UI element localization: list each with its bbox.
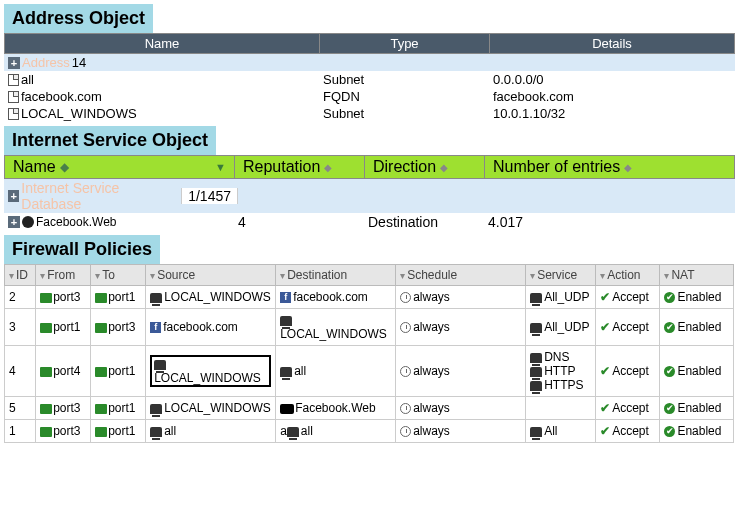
iso-group-row[interactable]: + Internet Service Database 1/1457 (4, 179, 735, 213)
iso-title: Internet Service Object (4, 126, 216, 155)
filter-icon[interactable]: ▾ (95, 270, 100, 281)
col-name[interactable]: Name (5, 34, 320, 53)
filter-icon[interactable]: ▼ (215, 161, 226, 173)
cell-to: port1 (91, 420, 146, 443)
dest-text: Facebook.Web (295, 401, 376, 415)
filter-icon[interactable]: ▾ (150, 270, 155, 281)
col-from[interactable]: ▾From (36, 265, 91, 286)
service-icon (530, 381, 542, 391)
cell-nat: ✔Enabled (660, 346, 734, 397)
cell-service: All_UDP (526, 286, 596, 309)
cell-destination: all (276, 346, 396, 397)
cell-service: All_UDP (526, 309, 596, 346)
sort-icon[interactable]: ◆ (60, 160, 69, 174)
address-details: 10.0.1.10/32 (493, 106, 731, 121)
sort-icon[interactable]: ◆ (624, 162, 632, 173)
expand-icon[interactable]: + (8, 57, 20, 69)
cell-destination: Facebook.Web (276, 397, 396, 420)
firewall-row[interactable]: 1port3port1allaallalwaysAll✔Accept✔Enabl… (5, 420, 734, 443)
source-text: LOCAL_WINDOWS (164, 290, 271, 304)
address-group-label: Address (22, 55, 70, 70)
col-details[interactable]: Details (490, 34, 734, 53)
service-icon (530, 293, 542, 303)
port-icon (40, 404, 52, 414)
firewall-row[interactable]: 3port1port3ffacebook.comLOCAL_WINDOWSalw… (5, 309, 734, 346)
host-icon (287, 427, 299, 437)
page-icon (8, 91, 19, 103)
expand-icon[interactable]: + (8, 216, 20, 228)
col-service[interactable]: ▾Service (526, 265, 596, 286)
sort-icon[interactable]: ◆ (324, 162, 332, 173)
iso-col-noe[interactable]: Number of entries◆ (485, 156, 734, 178)
service-icon (530, 427, 542, 437)
iso-row[interactable]: +Facebook.Web4Destination4.017 (4, 213, 735, 231)
clock-icon (400, 292, 411, 303)
firewall-table: ▾ID ▾From ▾To ▾Source ▾Destination ▾Sche… (4, 264, 734, 443)
iso-col-name[interactable]: Name ◆ ▼ (5, 156, 235, 178)
service-text: HTTPS (544, 378, 583, 392)
check-icon: ✔ (600, 364, 610, 378)
cell-service: DNSHTTPHTTPS (526, 346, 596, 397)
source-text: facebook.com (163, 320, 238, 334)
col-source[interactable]: ▾Source (146, 265, 276, 286)
address-details: facebook.com (493, 89, 731, 104)
address-row[interactable]: allSubnet0.0.0.0/0 (4, 71, 735, 88)
page-icon (8, 74, 19, 86)
clock-icon (400, 403, 411, 414)
address-group-count: 14 (72, 55, 86, 70)
iso-header: Name ◆ ▼ Reputation◆ Direction◆ Number o… (4, 155, 735, 179)
filter-icon[interactable]: ▾ (40, 270, 45, 281)
service-icon (530, 353, 542, 363)
firewall-title: Firewall Policies (4, 235, 160, 264)
col-type[interactable]: Type (320, 34, 490, 53)
sort-icon[interactable]: ◆ (440, 162, 448, 173)
address-group-row[interactable]: + Address 14 (4, 54, 735, 71)
cell-destination: ffacebook.com (276, 286, 396, 309)
address-row[interactable]: LOCAL_WINDOWSSubnet10.0.1.10/32 (4, 105, 735, 122)
service-text: All_UDP (544, 320, 589, 334)
address-object-title: Address Object (4, 4, 153, 33)
col-destination[interactable]: ▾Destination (276, 265, 396, 286)
clock-icon (400, 366, 411, 377)
firewall-row[interactable]: 2port3port1LOCAL_WINDOWSffacebook.comalw… (5, 286, 734, 309)
firewall-row[interactable]: 4port4port1LOCAL_WINDOWSallalwaysDNSHTTP… (5, 346, 734, 397)
cell-action: ✔Accept (596, 420, 660, 443)
service-text: DNS (544, 350, 569, 364)
source-text: LOCAL_WINDOWS (154, 371, 261, 385)
iso-col-reputation[interactable]: Reputation◆ (235, 156, 365, 178)
filter-icon[interactable]: ▾ (9, 270, 14, 281)
cell-schedule: always (396, 397, 526, 420)
cell-destination: aall (276, 420, 396, 443)
cell-schedule: always (396, 309, 526, 346)
address-row[interactable]: facebook.comFQDNfacebook.com (4, 88, 735, 105)
firewall-row[interactable]: 5port3port1LOCAL_WINDOWSFacebook.Webalwa… (5, 397, 734, 420)
cell-schedule: always (396, 420, 526, 443)
col-schedule[interactable]: ▾Schedule (396, 265, 526, 286)
col-action[interactable]: ▾Action (596, 265, 660, 286)
cell-nat: ✔Enabled (660, 397, 734, 420)
cell-service: All (526, 420, 596, 443)
address-type: FQDN (323, 89, 493, 104)
col-to[interactable]: ▾To (91, 265, 146, 286)
col-id[interactable]: ▾ID (5, 265, 36, 286)
cell-from: port3 (36, 420, 91, 443)
expand-icon[interactable]: + (8, 190, 19, 202)
host-icon (280, 316, 292, 326)
iso-direction: Destination (368, 214, 488, 230)
filter-icon[interactable]: ▾ (400, 270, 405, 281)
filter-icon[interactable]: ▾ (600, 270, 605, 281)
enabled-icon: ✔ (664, 426, 675, 437)
filter-icon[interactable]: ▾ (664, 270, 669, 281)
address-details: 0.0.0.0/0 (493, 72, 731, 87)
col-nat[interactable]: ▾NAT (660, 265, 734, 286)
firewall-header-row: ▾ID ▾From ▾To ▾Source ▾Destination ▾Sche… (5, 265, 734, 286)
address-object-header: Name Type Details (4, 33, 735, 54)
address-name: LOCAL_WINDOWS (21, 106, 137, 121)
filter-icon[interactable]: ▾ (530, 270, 535, 281)
filter-icon[interactable]: ▾ (280, 270, 285, 281)
iso-col-direction[interactable]: Direction◆ (365, 156, 485, 178)
dest-text: all (294, 364, 306, 378)
enabled-icon: ✔ (664, 322, 675, 333)
dest-text: all (301, 424, 313, 438)
cell-id: 4 (5, 346, 36, 397)
